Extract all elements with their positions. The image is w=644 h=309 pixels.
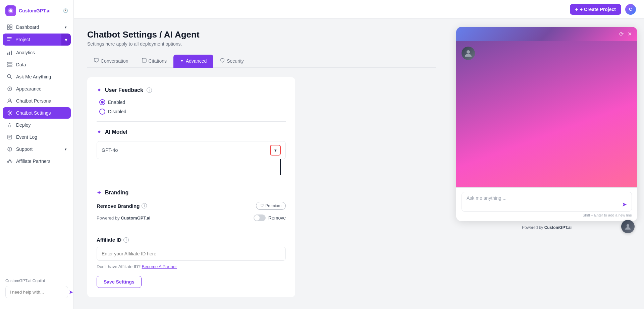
powered-by-text: Powered by CustomGPT.ai bbox=[97, 215, 150, 221]
remove-branding-info-icon[interactable]: i bbox=[142, 203, 147, 208]
chatbot-settings-icon bbox=[7, 110, 13, 116]
create-project-button[interactable]: + + Create Project bbox=[570, 4, 621, 15]
topbar-avatar: C bbox=[625, 4, 636, 15]
tab-citations[interactable]: Citations bbox=[135, 55, 173, 68]
svg-point-16 bbox=[9, 112, 11, 114]
content-area: Chatbot Settings / AI Agent Settings her… bbox=[74, 19, 644, 309]
sidebar-item-event-log[interactable]: Event Log bbox=[3, 131, 71, 143]
ai-model-title: AI Model bbox=[105, 129, 127, 135]
chat-send-icon[interactable]: ➤ bbox=[622, 201, 627, 208]
powered-by-prefix: Powered by bbox=[97, 215, 121, 221]
data-icon bbox=[7, 62, 13, 68]
affiliate-id-info-icon[interactable]: i bbox=[123, 237, 129, 243]
ai-model-section-icon: ✦ bbox=[97, 128, 102, 136]
user-feedback-info-icon[interactable]: i bbox=[147, 87, 152, 93]
svg-rect-4 bbox=[7, 27, 9, 29]
settings-card: ✦ User Feedback i Enabled Disabled bbox=[87, 77, 295, 297]
sidebar-item-affiliate[interactable]: Affiliate Partners bbox=[3, 156, 71, 167]
conversation-tab-icon bbox=[94, 58, 99, 64]
save-settings-button[interactable]: Save Settings bbox=[97, 276, 142, 288]
powered-by-brand: CustomGPT.ai bbox=[121, 215, 150, 221]
remove-branding-label: Remove Branding bbox=[97, 203, 140, 209]
sidebar-item-project[interactable]: Project ▾ bbox=[3, 34, 71, 46]
sidebar-item-deploy[interactable]: Deploy bbox=[3, 119, 71, 131]
svg-rect-18 bbox=[8, 135, 12, 139]
bottom-user-avatar[interactable] bbox=[621, 220, 635, 233]
svg-point-21 bbox=[11, 161, 12, 163]
svg-point-14 bbox=[9, 88, 10, 89]
sidebar-item-support-label: Support bbox=[16, 146, 33, 152]
copilot-input-wrap: ➤ bbox=[5, 286, 68, 298]
ai-model-dropdown[interactable]: GPT-4o ▾ bbox=[97, 141, 286, 159]
tab-advanced[interactable]: ✦ Advanced bbox=[173, 55, 213, 68]
branding-remove-row: Remove Branding i ♡ Premium bbox=[97, 202, 286, 210]
radio-disabled[interactable]: Disabled bbox=[99, 109, 286, 115]
svg-rect-9 bbox=[7, 62, 12, 63]
ask-icon bbox=[7, 74, 13, 80]
user-feedback-radio-group: Enabled Disabled bbox=[97, 99, 286, 115]
tab-advanced-label: Advanced bbox=[186, 58, 207, 64]
svg-rect-8 bbox=[11, 51, 12, 55]
svg-rect-7 bbox=[9, 52, 10, 55]
plus-icon: + bbox=[575, 7, 578, 12]
sidebar-item-project-main[interactable]: Project bbox=[3, 34, 61, 46]
copilot-section: CustomGPT.ai Copilot ➤ bbox=[0, 273, 73, 304]
sidebar-logo: CustomGPT.ai 🕐 bbox=[0, 5, 73, 21]
remove-branding-toggle[interactable] bbox=[254, 214, 266, 221]
sidebar-item-ask[interactable]: Ask Me Anything bbox=[3, 71, 71, 82]
sidebar-item-analytics[interactable]: Analytics bbox=[3, 47, 71, 58]
svg-rect-2 bbox=[7, 25, 9, 27]
premium-badge[interactable]: ♡ Premium bbox=[256, 202, 286, 210]
toggle-label: Remove bbox=[268, 215, 286, 221]
radio-enabled[interactable]: Enabled bbox=[99, 99, 286, 105]
sidebar-item-dashboard[interactable]: Dashboard ▾ bbox=[3, 21, 71, 33]
chevron-down-icon: ▾ bbox=[65, 25, 67, 29]
become-partner-link[interactable]: Become A Partner bbox=[142, 264, 177, 269]
svg-point-20 bbox=[7, 161, 9, 163]
project-chevron-button[interactable]: ▾ bbox=[61, 34, 71, 46]
branding-label-wrap: Remove Branding i bbox=[97, 203, 147, 209]
svg-point-1 bbox=[9, 9, 12, 12]
radio-disabled-circle bbox=[99, 109, 105, 115]
deploy-icon bbox=[7, 122, 13, 128]
sidebar-item-support[interactable]: Support ▾ bbox=[3, 143, 71, 155]
tab-security[interactable]: Security bbox=[213, 55, 251, 68]
svg-point-24 bbox=[467, 50, 470, 54]
ai-model-dropdown-button[interactable]: ▾ bbox=[270, 145, 281, 156]
affiliate-id-input[interactable] bbox=[97, 247, 286, 261]
chat-footer: Ask me anything ... ➤ Shift + Enter to a… bbox=[456, 187, 637, 221]
sidebar-item-appearance[interactable]: Appearance bbox=[3, 83, 71, 95]
advanced-tab-icon: ✦ bbox=[180, 58, 184, 63]
chat-input-hint: Shift + Enter to add a new line bbox=[462, 213, 632, 217]
ai-model-selected: GPT-4o bbox=[102, 147, 118, 153]
svg-rect-6 bbox=[7, 53, 8, 55]
tab-conversation[interactable]: Conversation bbox=[87, 55, 135, 68]
close-chat-icon[interactable]: ✕ bbox=[628, 31, 632, 37]
page-content: Chatbot Settings / AI Agent Settings her… bbox=[74, 19, 449, 309]
analytics-icon bbox=[7, 50, 13, 56]
security-tab-icon bbox=[220, 58, 225, 64]
refresh-icon[interactable]: ⟳ bbox=[619, 31, 624, 37]
sidebar-item-dashboard-label: Dashboard bbox=[16, 24, 39, 30]
user-feedback-header: ✦ User Feedback i bbox=[97, 86, 286, 94]
logo-icon bbox=[5, 5, 16, 16]
dropdown-annotation bbox=[97, 159, 286, 175]
sidebar-item-persona[interactable]: Chatbot Persona bbox=[3, 95, 71, 107]
divider-3 bbox=[97, 230, 286, 230]
project-icon bbox=[7, 36, 12, 43]
copilot-send-icon[interactable]: ➤ bbox=[69, 289, 73, 295]
dashboard-icon bbox=[7, 24, 13, 30]
sidebar-item-data[interactable]: Data bbox=[3, 59, 71, 70]
user-feedback-title: User Feedback bbox=[105, 87, 143, 93]
logo-text: CustomGPT.ai bbox=[19, 8, 51, 13]
affiliate-hint-text: Don't have Affiliate ID? bbox=[97, 264, 141, 269]
svg-rect-17 bbox=[9, 125, 11, 127]
support-icon bbox=[7, 146, 13, 152]
sidebar-item-chatbot-settings[interactable]: Chatbot Settings bbox=[3, 107, 71, 119]
sidebar-item-affiliate-label: Affiliate Partners bbox=[16, 159, 50, 164]
sidebar-item-event-log-label: Event Log bbox=[16, 134, 37, 140]
citations-tab-icon bbox=[142, 58, 147, 64]
branding-section-icon: ✦ bbox=[97, 189, 102, 196]
copilot-input[interactable] bbox=[10, 290, 66, 295]
branding-title: Branding bbox=[105, 190, 128, 196]
